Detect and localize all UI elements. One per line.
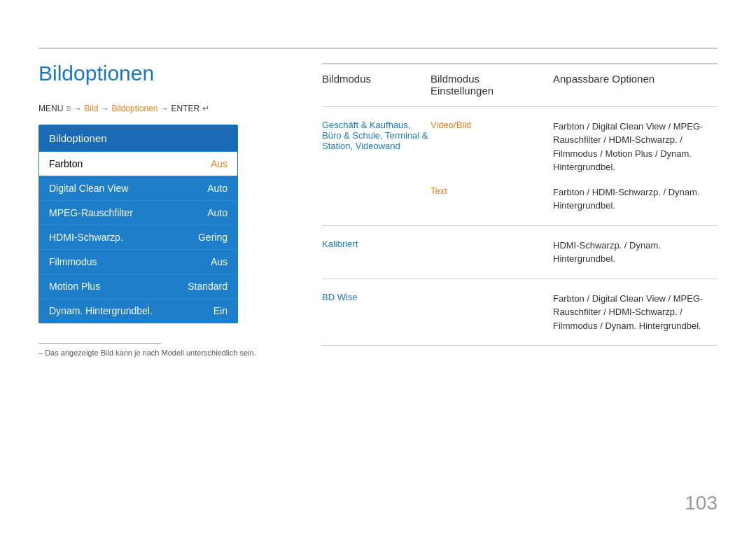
table-row-4: BD Wise Farbton / Digital Clean View / M…	[322, 286, 718, 339]
menu-header: Bildoptionen	[39, 125, 237, 152]
table-divider-2	[322, 225, 718, 226]
menu-item-hdmi-schwarzp[interactable]: HDMI-Schwarzp. Gering	[39, 225, 237, 250]
menu-item-digital-clean-view-value: Auto	[207, 183, 227, 194]
cell-1-optionen: Farbton / Digital Clean View / MPEG-Raus…	[553, 120, 718, 174]
col-header-einstellungen: BildmodusEinstellungen	[430, 73, 553, 97]
table-row-1: Geschäft & Kaufhaus, Büro & Schule, Term…	[322, 114, 718, 180]
breadcrumb: MENU ≡ → Bild → Bildoptionen → ENTER ↵	[38, 104, 209, 113]
page-number: 103	[685, 492, 718, 514]
cell-4-bildmodus: BD Wise	[322, 292, 430, 302]
col-header-bildmodus: Bildmodus	[322, 73, 430, 97]
table-header-row: Bildmodus BildmodusEinstellungen Anpassb…	[322, 73, 718, 97]
table-top-line	[322, 63, 718, 64]
menu-item-hdmi-schwarzp-label: HDMI-Schwarzp.	[49, 232, 123, 243]
left-menu-panel: Bildoptionen Farbton Aus Digital Clean V…	[38, 125, 238, 323]
menu-item-filmmodus-label: Filmmodus	[49, 256, 97, 267]
menu-item-motion-plus-value: Standard	[188, 281, 227, 292]
breadcrumb-bild: Bild	[84, 104, 98, 113]
cell-1-bildmodus: Geschäft & Kaufhaus, Büro & Schule, Term…	[322, 120, 430, 151]
menu-item-hdmi-schwarzp-value: Gering	[198, 232, 227, 243]
options-table: Bildmodus BildmodusEinstellungen Anpassb…	[322, 63, 718, 353]
breadcrumb-menu-icon: ≡	[66, 104, 71, 113]
menu-box: Bildoptionen Farbton Aus Digital Clean V…	[38, 125, 238, 323]
top-divider	[38, 48, 718, 49]
menu-item-motion-plus-label: Motion Plus	[49, 281, 100, 292]
table-divider-4	[322, 345, 718, 346]
breadcrumb-arrow-2: →	[101, 104, 108, 113]
menu-item-filmmodus[interactable]: Filmmodus Aus	[39, 250, 237, 274]
cell-1-einstellungen: Video/Bild	[430, 120, 553, 130]
menu-item-mpeg-rauschfilter[interactable]: MPEG-Rauschfilter Auto	[39, 201, 237, 225]
cell-4-optionen: Farbton / Digital Clean View / MPEG-Raus…	[553, 292, 718, 333]
menu-item-motion-plus[interactable]: Motion Plus Standard	[39, 274, 237, 299]
menu-item-digital-clean-view[interactable]: Digital Clean View Auto	[39, 176, 237, 201]
table-divider-1	[322, 106, 718, 107]
note-divider	[38, 343, 161, 344]
menu-item-dynam-hintergrundbel[interactable]: Dynam. Hintergrundbel. Ein	[39, 299, 237, 323]
menu-item-mpeg-rauschfilter-label: MPEG-Rauschfilter	[49, 207, 133, 218]
table-divider-3	[322, 279, 718, 279]
breadcrumb-bildoptionen: Bildoptionen	[111, 104, 158, 113]
note-text: – Das angezeigte Bild kann je nach Model…	[38, 349, 256, 357]
breadcrumb-menu: MENU	[38, 104, 63, 113]
menu-item-farbton-label: Farbton	[49, 158, 83, 169]
menu-item-dynam-hintergrundbel-label: Dynam. Hintergrundbel.	[49, 305, 153, 316]
page-title: Bildoptionen	[38, 62, 154, 85]
cell-3-optionen: HDMI-Schwarzp. / Dynam. Hintergrundbel.	[553, 239, 718, 266]
breadcrumb-enter-icon: ↵	[202, 104, 209, 113]
menu-item-filmmodus-value: Aus	[211, 256, 227, 267]
breadcrumb-enter: ENTER	[171, 104, 200, 113]
menu-item-dynam-hintergrundbel-value: Ein	[214, 305, 227, 316]
cell-2-einstellungen: Text	[430, 185, 553, 196]
menu-item-mpeg-rauschfilter-value: Auto	[207, 207, 227, 218]
col-header-optionen: Anpassbare Optionen	[553, 73, 718, 97]
breadcrumb-arrow-1: →	[74, 104, 81, 113]
table-row-3: Kalibriert HDMI-Schwarzp. / Dynam. Hinte…	[322, 233, 718, 272]
cell-3-bildmodus: Kalibriert	[322, 239, 430, 249]
breadcrumb-arrow-3: →	[160, 104, 168, 113]
menu-item-digital-clean-view-label: Digital Clean View	[49, 183, 128, 194]
table-row-2: Text Farbton / HDMI-Schwarzp. / Dynam. H…	[322, 180, 718, 218]
menu-item-farbton-value: Aus	[211, 158, 227, 169]
cell-2-optionen: Farbton / HDMI-Schwarzp. / Dynam. Hinter…	[553, 185, 718, 213]
menu-item-farbton[interactable]: Farbton Aus	[39, 152, 237, 176]
